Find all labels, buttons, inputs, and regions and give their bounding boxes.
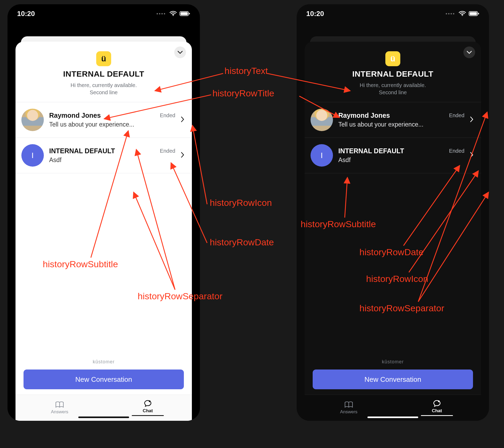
chat-icon xyxy=(433,400,441,407)
history-row-date: Ended xyxy=(160,112,175,119)
book-icon xyxy=(55,401,64,408)
history-row-icon xyxy=(470,116,475,124)
svg-point-4 xyxy=(149,400,150,402)
chat-icon xyxy=(144,400,152,407)
battery-icon xyxy=(469,11,479,16)
history-rows: Raymond Jones Ended Tell us about your e… xyxy=(305,102,481,173)
svg-point-9 xyxy=(438,400,440,402)
history-text: Hi there, currently available. Second li… xyxy=(360,82,426,96)
chevron-down-icon xyxy=(467,51,472,54)
phone-dark: 10:20 ü INTERNAL DEFAULT Hi there, curre… xyxy=(297,4,489,421)
home-indicator xyxy=(78,416,129,418)
history-row-date: Ended xyxy=(160,148,175,154)
wifi-icon xyxy=(169,11,177,16)
sheet-header: ü INTERNAL DEFAULT Hi there, currently a… xyxy=(15,42,192,102)
battery-icon xyxy=(180,11,190,16)
history-row-title: INTERNAL DEFAULT xyxy=(49,147,115,155)
svg-rect-2 xyxy=(181,12,188,15)
collapse-button[interactable] xyxy=(174,46,186,58)
history-row-subtitle: Asdf xyxy=(338,156,464,164)
history-row[interactable]: Raymond Jones Ended Tell us about your e… xyxy=(15,102,192,137)
chevron-down-icon xyxy=(177,51,183,54)
anno-history-text: historyText xyxy=(224,66,268,76)
wifi-icon xyxy=(459,11,466,16)
row-body: INTERNAL DEFAULT Ended Asdf xyxy=(49,147,175,164)
history-row-title: Raymond Jones xyxy=(49,112,101,119)
svg-rect-8 xyxy=(478,13,479,14)
avatar-photo xyxy=(311,109,333,131)
history-row-title: INTERNAL DEFAULT xyxy=(338,147,404,155)
status-time: 10:20 xyxy=(306,10,324,18)
history-row[interactable]: Raymond Jones Ended Tell us about your e… xyxy=(305,102,481,137)
chat-sheet: ü INTERNAL DEFAULT Hi there, currently a… xyxy=(305,42,481,421)
new-conversation-button[interactable]: New Conversation xyxy=(24,370,184,389)
status-right xyxy=(446,11,479,16)
signal-dots-icon xyxy=(157,13,165,14)
history-row-title: Raymond Jones xyxy=(338,112,390,119)
history-row-date: Ended xyxy=(449,148,464,154)
signal-dots-icon xyxy=(446,13,454,14)
history-rows: Raymond Jones Ended Tell us about your e… xyxy=(15,102,192,173)
logo-badge: ü xyxy=(96,51,111,66)
status-time: 10:20 xyxy=(17,10,35,18)
history-row[interactable]: I INTERNAL DEFAULT Ended Asdf xyxy=(15,137,192,173)
sheet-header: ü INTERNAL DEFAULT Hi there, currently a… xyxy=(305,42,481,102)
anno-history-row-date-l: historyRowDate xyxy=(210,237,274,247)
history-row-icon xyxy=(470,152,475,159)
avatar-initial: I xyxy=(21,144,44,167)
history-row-subtitle: Tell us about your experience... xyxy=(49,121,175,128)
history-row-subtitle: Tell us about your experience... xyxy=(338,121,464,128)
svg-rect-7 xyxy=(470,12,477,15)
status-bar: 10:20 xyxy=(297,4,489,23)
history-row-icon xyxy=(181,152,186,159)
avatar-initial: I xyxy=(311,144,333,167)
history-row-icon xyxy=(181,116,186,124)
history-row[interactable]: I INTERNAL DEFAULT Ended Asdf xyxy=(305,137,481,173)
page-title: INTERNAL DEFAULT xyxy=(352,69,433,78)
avatar-photo xyxy=(21,109,44,131)
history-row-subtitle: Asdf xyxy=(49,156,175,164)
powered-by: kūstomer xyxy=(15,359,192,365)
logo-glyph: ü xyxy=(390,54,395,63)
logo-badge: ü xyxy=(385,51,400,66)
history-text: Hi there, currently available. Second li… xyxy=(71,82,137,96)
page-title: INTERNAL DEFAULT xyxy=(63,69,144,78)
row-body: Raymond Jones Ended Tell us about your e… xyxy=(49,112,175,128)
anno-history-row-title: historyRowTitle xyxy=(212,88,274,99)
svg-rect-3 xyxy=(189,13,190,14)
logo-glyph: ü xyxy=(101,54,106,63)
svg-point-0 xyxy=(173,15,174,16)
home-indicator xyxy=(367,416,418,418)
history-row-date: Ended xyxy=(449,112,464,119)
collapse-button[interactable] xyxy=(463,46,475,58)
chat-sheet: ü INTERNAL DEFAULT Hi there, currently a… xyxy=(15,42,192,421)
status-bar: 10:20 xyxy=(7,4,200,23)
book-icon xyxy=(344,401,353,408)
new-conversation-button[interactable]: New Conversation xyxy=(313,370,473,389)
phone-light: 10:20 ü INTERNAL DEFAULT Hi there, curre… xyxy=(7,4,200,421)
powered-by: kūstomer xyxy=(305,359,481,365)
svg-point-5 xyxy=(462,15,463,16)
anno-history-row-icon-l: historyRowIcon xyxy=(210,198,272,208)
status-right xyxy=(157,11,190,16)
